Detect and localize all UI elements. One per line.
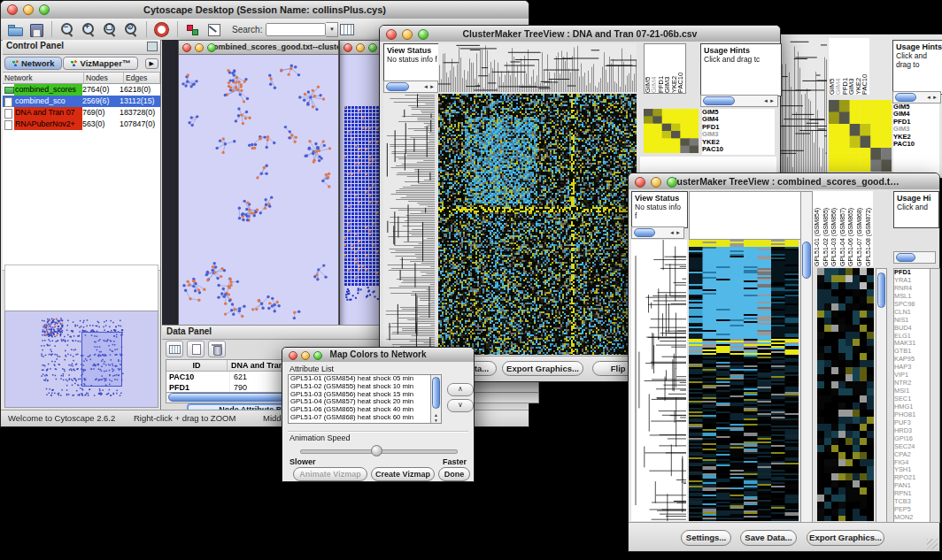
network-canvas[interactable] xyxy=(180,55,336,331)
gene-row-label[interactable]: MON2 xyxy=(894,514,930,522)
scroll-arrows-icon[interactable]: ◄► xyxy=(926,95,940,100)
column-dendrogram[interactable] xyxy=(438,43,637,92)
zoom-heatmap[interactable] xyxy=(817,268,874,521)
tab[interactable]: VizMapper™ xyxy=(63,57,138,70)
close-button[interactable] xyxy=(386,29,397,40)
attribute-list-scrollbar[interactable]: ▲▼ xyxy=(430,375,441,423)
tab-overflow-arrow-icon[interactable]: ▶ xyxy=(145,58,158,69)
minimize-button[interactable] xyxy=(356,43,365,52)
gene-column-label[interactable]: GIM4 xyxy=(835,38,841,95)
zoom-button[interactable] xyxy=(39,4,50,15)
gene-column-label[interactable]: YKE2 xyxy=(671,44,677,93)
scrollbar-thumb[interactable] xyxy=(634,228,655,237)
annotation-icon[interactable] xyxy=(205,21,223,38)
frame-titlebar[interactable]: combined_scores_good.txt--cluste... xyxy=(179,41,338,55)
array-column-label[interactable]: GPL51-06 (GSM865) xyxy=(846,191,855,266)
export-graphics-button[interactable]: Export Graphics... xyxy=(502,361,583,376)
scroll-arrows-icon[interactable]: ◄► xyxy=(423,84,437,89)
move-up-button[interactable]: ∧ xyxy=(447,383,474,396)
gene-column-label[interactable]: GIM3 xyxy=(848,38,854,95)
array-column-label[interactable]: GPL51-07 (GSM868) xyxy=(855,191,864,266)
close-button[interactable] xyxy=(635,177,645,188)
save-icon[interactable] xyxy=(27,21,45,38)
zoom-selected-icon[interactable]: ⊙ xyxy=(122,21,140,38)
gene-list-scrollbar[interactable] xyxy=(930,268,940,523)
settings-button[interactable]: Settings... xyxy=(681,530,731,546)
minimize-button[interactable] xyxy=(23,4,34,15)
array-column-label[interactable]: GPL51-02 (GSM855) xyxy=(822,191,830,266)
move-down-button[interactable]: ∨ xyxy=(447,399,474,412)
minimize-button[interactable] xyxy=(651,177,661,188)
gene-row-label[interactable]: PAC10 xyxy=(893,141,939,148)
dialog-titlebar[interactable]: Map Colors to Network xyxy=(282,348,474,363)
treeview-combined-window[interactable]: ClusterMaker TreeView : combined_scores_… xyxy=(628,173,940,552)
scroll-arrows-icon[interactable]: ▲▼ xyxy=(431,412,441,423)
create-vizmap-button[interactable]: Create Vizmap xyxy=(371,467,435,481)
close-button[interactable] xyxy=(344,43,352,52)
save-data-button[interactable]: Save Data... xyxy=(740,530,797,546)
done-button[interactable]: Done xyxy=(438,467,470,481)
minimize-button[interactable] xyxy=(301,351,310,360)
delete-attribute-icon[interactable] xyxy=(208,341,226,357)
status-scrollbar[interactable]: ◄► xyxy=(631,226,684,239)
scroll-arrows-icon[interactable]: ◄► xyxy=(669,230,683,235)
zoom-button[interactable] xyxy=(418,29,429,40)
global-heatmap[interactable] xyxy=(438,94,637,355)
close-button[interactable] xyxy=(182,43,191,52)
scrollbar-thumb[interactable] xyxy=(802,242,811,279)
search-dropdown-icon[interactable]: ▼ xyxy=(326,22,338,37)
gene-column-label[interactable]: PAC10 xyxy=(677,44,683,93)
export-graphics-button[interactable]: Export Graphics... xyxy=(807,530,884,546)
birdseye-canvas[interactable] xyxy=(5,312,156,404)
zoom-heatmap[interactable] xyxy=(829,100,892,172)
zoom-heatmap[interactable] xyxy=(644,109,699,153)
hints-scrollbar[interactable] xyxy=(893,251,936,264)
gene-column-label[interactable]: YKE2 xyxy=(855,38,861,95)
scrollbar-thumb[interactable] xyxy=(895,93,916,102)
minimize-button[interactable] xyxy=(402,29,413,40)
scrollbar-thumb[interactable] xyxy=(896,253,915,262)
scrollbar-thumb[interactable] xyxy=(703,96,735,105)
search-input[interactable] xyxy=(266,23,326,36)
zoom-button[interactable] xyxy=(368,43,377,52)
gene-column-label[interactable]: GIM4 xyxy=(651,44,657,93)
treeview-back-window[interactable]: GIM5GIM4PFD1GIM3YKE2PAC10 Usage Hints Cl… xyxy=(761,34,942,179)
animate-vizmap-button[interactable]: Animate Vizmap xyxy=(293,467,367,481)
array-column-label[interactable]: GPL51-03 (GSM856) xyxy=(830,191,838,266)
scrollbar-thumb[interactable] xyxy=(386,82,409,91)
attribute-list-item[interactable]: GPL51-07 (GSM868) heat shock 60 min xyxy=(289,414,441,422)
treeview-titlebar[interactable]: ClusterMaker TreeView : DNA and Tran 07-… xyxy=(380,26,780,42)
zoom-button[interactable] xyxy=(667,177,677,188)
heatmap-vscrollbar[interactable] xyxy=(800,191,813,523)
tab[interactable]: Network xyxy=(4,57,62,70)
gene-column-label[interactable]: GIM3 xyxy=(664,44,670,93)
zoom-fit-icon[interactable]: ▢ xyxy=(101,21,119,38)
zoom-button[interactable] xyxy=(313,351,322,360)
global-heatmap[interactable] xyxy=(689,240,799,521)
column-header-id[interactable]: ID xyxy=(166,360,228,371)
column-header-network[interactable]: Network xyxy=(3,73,84,83)
zoom-in-icon[interactable]: + xyxy=(80,21,97,38)
array-column-label[interactable]: GPL51-01 (GSM854) xyxy=(813,191,822,266)
map-colors-dialog[interactable]: Map Colors to Network Attribute List GPL… xyxy=(282,347,475,482)
row-dendrogram[interactable] xyxy=(383,94,435,355)
birdseye-view[interactable] xyxy=(4,311,158,408)
zoom-out-icon[interactable]: − xyxy=(58,21,76,38)
resize-grip[interactable] xyxy=(927,539,938,549)
network-view-frame-1[interactable]: combined_scores_good.txt--cluste... xyxy=(178,40,339,333)
network-list-row[interactable]: RNAPuberNov2+ 563(0) 107847(0) xyxy=(3,119,160,130)
close-button[interactable] xyxy=(289,351,297,360)
treeview-titlebar[interactable]: ClusterMaker TreeView : combined_scores_… xyxy=(629,173,939,190)
float-panel-icon[interactable] xyxy=(147,42,158,51)
attribute-grid-icon[interactable] xyxy=(340,24,354,35)
array-column-label[interactable]: GPL51-04 (GSM857) xyxy=(838,191,847,266)
network-list-row[interactable]: combined_scores 2764(0) 16218(0) xyxy=(3,84,160,96)
select-attributes-icon[interactable] xyxy=(166,341,183,357)
open-folder-icon[interactable] xyxy=(6,21,24,38)
zoom-vscrollbar[interactable] xyxy=(876,268,887,523)
column-header-edges[interactable]: Edges xyxy=(124,73,160,83)
network-list-row[interactable]: DNA and Tran 07 769(0) 183728(0) xyxy=(3,107,160,119)
speed-slider-thumb[interactable] xyxy=(371,445,382,456)
scrollbar-thumb[interactable] xyxy=(877,272,885,308)
minimize-button[interactable] xyxy=(195,43,204,52)
